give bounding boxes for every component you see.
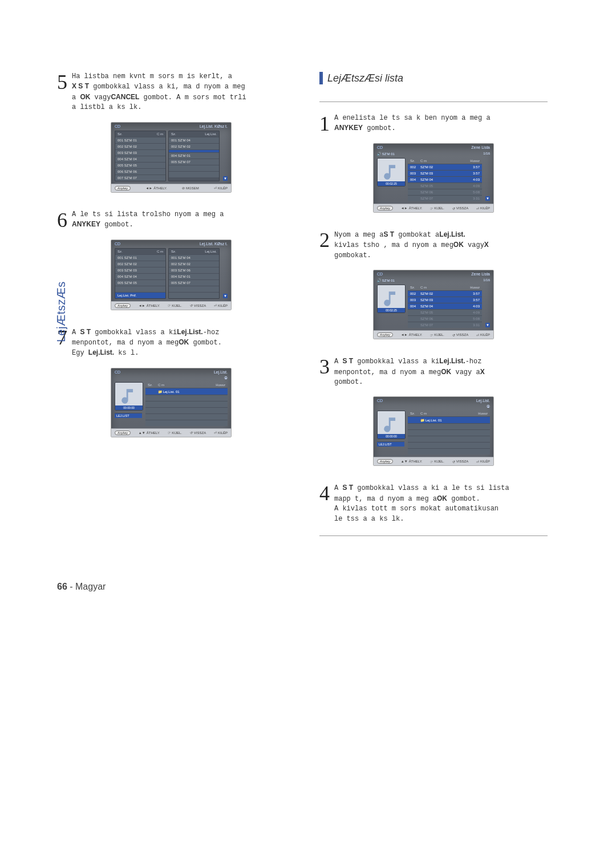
txt: gombot. (447, 495, 480, 503)
list-item[interactable]: 003 SZ'M 06 (169, 267, 219, 273)
anykey-button[interactable]: Anykey (115, 303, 131, 308)
list-item[interactable]: 001 SZ'M 01 (115, 137, 165, 143)
list-item[interactable]: 005 SZ'M 05 (115, 279, 165, 286)
step-3-number: 3 (319, 356, 330, 377)
txt: mapp t, ma d nyom a meg a (334, 495, 437, 503)
list-item[interactable]: 002SZ'M 023:57 (408, 290, 482, 297)
shot-left-panel: Sz.C m 001 SZ'M 01 002 SZ'M 02 003 SZ'M … (115, 248, 166, 299)
list-item[interactable]: 002 SZ'M 02 (169, 261, 219, 267)
list-item[interactable]: SZ'M 065:08 (408, 189, 482, 195)
list-item[interactable]: 003 SZ'M 03 (115, 267, 165, 273)
list-item[interactable]: SZ'M 073:31 (408, 322, 482, 328)
footer-move: ◄►ÁTHELY. (145, 186, 167, 190)
list-item[interactable]: 001 SZ'M 01 (115, 254, 165, 261)
list-item[interactable]: 📁 Lej.List. 01 (408, 416, 490, 423)
hdr: Lej.List. (205, 132, 217, 136)
footer-exit: ⏎KILÉP (476, 460, 490, 464)
footer-select: ☞KIJEL. (430, 460, 444, 464)
txt: Nyom a meg a (334, 231, 383, 239)
txt: -hoz (203, 328, 220, 336)
list-item[interactable]: 003SZ'M 033:57 (408, 297, 482, 303)
step-6-text: A le ts si lista trolsho nyom a meg a AN… (72, 210, 285, 230)
step-2: 2 Nyom a meg aS T gombokat aLej.List. ki… (319, 230, 548, 261)
step-4-text: A S T gombokkal vlass a ki a le ts si li… (334, 483, 548, 524)
txt: gombot. (334, 378, 363, 386)
scroll-down-icon[interactable]: ▼ (223, 176, 228, 181)
list-item[interactable]: 005 SZ'M 05 (115, 162, 165, 168)
counter: 1/16 (483, 152, 490, 156)
list-item[interactable]: SZ'M 073:31 (408, 195, 482, 201)
list-item[interactable]: 001 SZ'M 04 (169, 137, 219, 143)
list-item[interactable]: 005 SZ'M 07 (169, 159, 219, 165)
footer-move: ◄►ÁTHELY. (401, 206, 423, 210)
list-item[interactable]: SZ'M 054:09 (408, 182, 482, 189)
footer-select: ☞KIJEL. (430, 206, 444, 210)
txt: S T (383, 230, 394, 238)
anykey-button[interactable]: Anykey (115, 186, 131, 190)
txt: a (72, 94, 80, 102)
list-item: ... (145, 413, 228, 420)
list-item[interactable]: 004 SZ'M 01 (169, 152, 219, 159)
list-item[interactable]: 002SZ'M 023:57 (408, 164, 482, 170)
list-item[interactable]: 002 SZ'M 02 (115, 261, 165, 267)
list-item[interactable]: SZ'M 054:09 (408, 309, 482, 315)
footer-select: ☞KIJEL. (168, 303, 182, 307)
list-item[interactable]: 003 SZ'M 03 (115, 149, 165, 156)
shot-cd-label: CD (377, 272, 383, 276)
anykey-button[interactable]: Anykey (377, 206, 393, 210)
txt: kivlas tsho , ma d nyom a meg (334, 241, 453, 249)
step-1: 1 A enelista le ts sa k ben nyom a meg a… (319, 113, 548, 134)
list-item-highlight[interactable]: Lej.List. Prtf. (115, 292, 165, 298)
hdr: Sz. (148, 383, 158, 387)
shot-right-panel: Sz.Lej.List. 001 SZ'M 04 002 SZ'M 02 003… (168, 248, 220, 299)
list-item[interactable]: 📁 Lej.List. 01 (145, 388, 228, 395)
footer-cancel: ⊘MGSEM (182, 186, 199, 190)
shot-right-panel: Sz.Lej.List. 001 SZ'M 04 002 SZ'M 02 004… (168, 131, 220, 181)
txt: S T (80, 328, 91, 336)
step-6-number: 6 (57, 210, 67, 230)
list-item[interactable]: 002 SZ'M 02 (115, 143, 165, 149)
list-item[interactable]: 004 SZ'M 04 (115, 156, 165, 162)
list-item: . (115, 286, 165, 292)
list-item[interactable]: 004SZ'M 044:03 (408, 303, 482, 309)
list-item[interactable]: 002 SZ'M 02 (169, 143, 219, 149)
hdr: C m (420, 159, 470, 163)
txt: S T (342, 484, 353, 492)
screenshot-dual-1: CD Lej.List. KØsz t. Sz.C m 001 SZ'M 01 … (111, 122, 232, 193)
tracklist-panel: Sz.C mHossz 002SZ'M 023:57 003SZ'M 033:5… (408, 158, 482, 201)
sidebar-item[interactable]: LEJ.LIST (377, 441, 404, 447)
scroll-down-icon[interactable]: ▼ (485, 323, 490, 327)
list-item[interactable]: 004 SZ'M 01 (169, 273, 219, 279)
list-item[interactable]: SZ'M 065:08 (408, 315, 482, 322)
txt: Lej.List. (88, 348, 114, 356)
list-item[interactable]: 007 SZ'M 07 (115, 175, 165, 181)
anykey-button[interactable]: Anykey (377, 459, 393, 464)
now-playing: 🔊 SZ'M 01 (377, 152, 395, 156)
txt: Egy (72, 349, 88, 357)
list-item[interactable]: 004 SZ'M 04 (115, 273, 165, 279)
list-item[interactable]: 004SZ'M 044:03 (408, 176, 482, 182)
playback-time: 00:02:25 (378, 308, 405, 313)
anykey-button[interactable]: Anykey (115, 431, 131, 435)
list-item[interactable]: 006 SZ'M 06 (115, 168, 165, 175)
step-7: 7 A S T gombokkal vlass a kiLej.List.-ho… (57, 327, 285, 359)
list-item[interactable]: 005 SZ'M 07 (169, 279, 219, 286)
scroll-down-icon[interactable]: ▼ (485, 196, 490, 201)
hdr: Hossz (470, 159, 480, 163)
thumbnail: 00:02:25 (377, 285, 406, 313)
scroll-down-icon[interactable]: ▼ (223, 294, 228, 298)
footer-move: ▲▼ÁTHELY. (139, 431, 160, 435)
sidebar-item[interactable]: LEJ.LIST (115, 413, 142, 418)
footer-move: ▲▼ÁTHELY. (401, 460, 423, 463)
txt: OK (437, 494, 447, 502)
hdr: Lej.List. (205, 250, 217, 253)
anykey-button[interactable]: Anykey (377, 332, 393, 337)
txt: Lej.List. (439, 230, 465, 238)
list-item[interactable]: 003SZ'M 033:57 (408, 170, 482, 176)
txt: S T (342, 357, 353, 365)
footer-exit: ⏎KILÉP (214, 186, 228, 190)
txt: A (72, 328, 80, 336)
list-item[interactable]: 001 SZ'M 04 (169, 254, 219, 261)
list-item: ... (145, 420, 228, 426)
step-5-text: Ha listba nem kvnt m sors m is kerlt, a … (72, 72, 285, 113)
